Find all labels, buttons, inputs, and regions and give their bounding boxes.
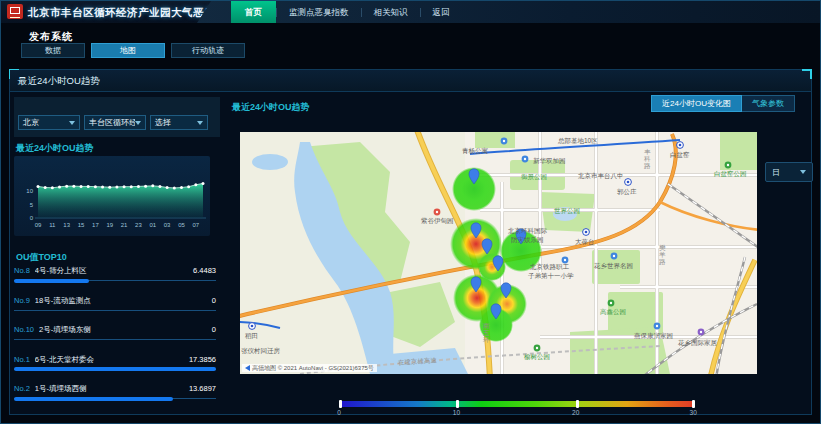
value-bar — [14, 279, 89, 283]
rank-label: No.8 — [14, 266, 30, 275]
map-canvas[interactable]: 青杨公寓总部基地10区新华双加园御景公园北京市丰台八中郭公庄白盆窑白盆窑公园丰科… — [240, 132, 757, 374]
left-sidebar: 北京 丰台区循环经济产… 选择 最近24小时OU趋势 0510091113151 — [14, 96, 220, 410]
nav-item-back[interactable]: 返回 — [421, 1, 462, 23]
poi-icon-metro[interactable] — [583, 229, 590, 236]
value-bar-track — [14, 398, 216, 399]
svg-text:07: 07 — [192, 222, 199, 228]
legend-marker — [456, 400, 459, 408]
chevron-down-icon — [197, 121, 203, 125]
map-label: 世界公园 — [554, 207, 580, 214]
svg-text:23: 23 — [135, 222, 142, 228]
map-attribution: 高德地图 © 2021 AutoNavi - GS(2021)6375号 — [242, 364, 377, 372]
amap-logo-icon — [245, 365, 250, 371]
tab-data[interactable]: 数据 — [21, 43, 85, 58]
site-select[interactable]: 选择 — [150, 115, 208, 130]
rank-label: No.9 — [14, 296, 30, 305]
nav-item-knowledge[interactable]: 相关知识 — [362, 1, 420, 23]
poi-icon-purple[interactable] — [698, 329, 705, 336]
tab-map[interactable]: 地图 — [91, 43, 165, 58]
nav-item-odor-index[interactable]: 监测点恶臭指数 — [277, 1, 361, 23]
poi-icon-blue[interactable] — [654, 323, 661, 330]
ou-change-map-button[interactable]: 近24小时OU变化图 — [651, 95, 742, 112]
svg-text:05: 05 — [178, 222, 185, 228]
map-label: 紫谷伊甸园 — [420, 217, 454, 225]
map-label: 樊羊路 — [659, 244, 666, 266]
svg-text:10: 10 — [26, 188, 33, 194]
legend-ticks: 0 10 20 30 — [339, 409, 695, 419]
top-header: 北京市丰台区循环经济产业园大气恶臭状况实时 首页 监测点恶臭指数 相关知识 返回 — [1, 1, 820, 23]
poi-icon-blue[interactable] — [501, 138, 508, 145]
svg-text:0: 0 — [30, 215, 34, 221]
value-bar-track — [14, 280, 216, 281]
value-bar — [14, 367, 216, 371]
map-label: 北京环科国际 — [508, 227, 548, 235]
map-label: 榆树公园 — [524, 353, 550, 360]
legend-tick: 10 — [453, 409, 460, 416]
weather-params-button[interactable]: 气象参数 — [742, 95, 795, 112]
map-container[interactable]: 青杨公寓总部基地10区新华双加园御景公园北京市丰台八中郭公庄白盆窑白盆窑公园丰科… — [240, 132, 757, 374]
svg-text:21: 21 — [121, 222, 128, 228]
district-select[interactable]: 丰台区循环经济产… — [84, 115, 146, 130]
legend-marker — [692, 400, 695, 408]
poi-icon-red[interactable] — [434, 209, 441, 216]
tab-track[interactable]: 行动轨迹 — [171, 43, 245, 58]
site-name: 1号-填埋场西侧 — [35, 384, 189, 394]
map-label: 丰科路 — [644, 148, 651, 170]
map-label: 北京铁路职工 — [530, 263, 570, 271]
svg-text:13: 13 — [63, 222, 70, 228]
app-logo — [7, 4, 23, 19]
top5-item[interactable]: No.918号-流动监测点0 — [14, 294, 216, 324]
map-label: 高鑫公园 — [600, 308, 626, 315]
attribution-text: 高德地图 © 2021 AutoNavi - GS(2021)6375号 — [252, 364, 374, 372]
map-section-title: 最近24小时OU趋势 — [232, 101, 310, 114]
value-bar-track — [14, 310, 216, 311]
map-label: 大葆台 — [575, 238, 595, 246]
poi-icon-metro[interactable] — [677, 142, 684, 149]
rank-label: No.2 — [14, 384, 30, 393]
map-label: 稻田 — [245, 332, 258, 340]
panel-title: 最近24小时OU趋势 — [18, 75, 100, 88]
poi-icon-park[interactable] — [534, 345, 541, 352]
legend-gradient-bar — [339, 401, 695, 407]
map-label: 青杨公寓 — [462, 147, 489, 155]
rank-label: No.1 — [14, 355, 30, 364]
legend-marker — [576, 400, 579, 408]
map-label: 防灾娱乐园 — [511, 236, 544, 244]
trend-chart: 0510091113151719212301030507 — [14, 156, 210, 234]
svg-text:17: 17 — [92, 222, 99, 228]
map-label: 花乡国际家居 — [677, 339, 718, 347]
svg-text:5: 5 — [30, 202, 34, 208]
map-label: 燕保康润家园 — [634, 332, 673, 340]
map-label: 北京市丰台八中 — [578, 172, 624, 180]
svg-text:01: 01 — [149, 222, 156, 228]
nav-item-home[interactable]: 首页 — [231, 1, 276, 23]
ou-value: 0 — [212, 296, 216, 305]
top5-title: OU值TOP10 — [16, 251, 67, 264]
legend-marker — [339, 400, 342, 408]
ou-value: 17.3856 — [189, 355, 216, 364]
top5-list: No.84号-筛分上料区6.4483No.918号-流动监测点0No.102号-… — [14, 264, 216, 412]
top5-item[interactable]: No.16号-北天堂村委会17.3856 — [14, 353, 216, 383]
panel-header: 最近24小时OU趋势 — [10, 70, 811, 92]
city-select[interactable]: 北京 — [18, 115, 80, 130]
poi-icon-metro[interactable] — [625, 179, 632, 186]
district-select-value: 丰台区循环经济产… — [89, 117, 135, 128]
chevron-down-icon — [69, 121, 75, 125]
map-label: 新华双加园 — [533, 157, 566, 164]
poi-icon-park[interactable] — [608, 300, 615, 307]
map-label: 御景公园 — [521, 173, 547, 180]
poi-icon-blue[interactable] — [611, 253, 618, 260]
site-name: 2号-填埋场东侧 — [39, 325, 212, 335]
main-panel: 最近24小时OU趋势 北京 丰台区循环经济产… 选择 最近24小时OU趋势 — [9, 69, 812, 415]
map-label: 郭公庄 — [617, 188, 637, 196]
poi-icon-metro[interactable] — [249, 323, 256, 330]
map-label: 白盆窑 — [670, 151, 690, 159]
time-granularity-select[interactable]: 日 — [765, 162, 813, 182]
poi-icon-blue[interactable] — [522, 156, 529, 163]
poi-icon-park[interactable] — [725, 162, 732, 169]
top5-item[interactable]: No.102号-填埋场东侧0 — [14, 323, 216, 353]
ou-value: 13.6897 — [189, 384, 216, 393]
map-label: 总部基地10区 — [557, 137, 598, 145]
top5-item[interactable]: No.21号-填埋场西侧13.6897 — [14, 382, 216, 412]
top5-item[interactable]: No.84号-筛分上料区6.4483 — [14, 264, 216, 294]
